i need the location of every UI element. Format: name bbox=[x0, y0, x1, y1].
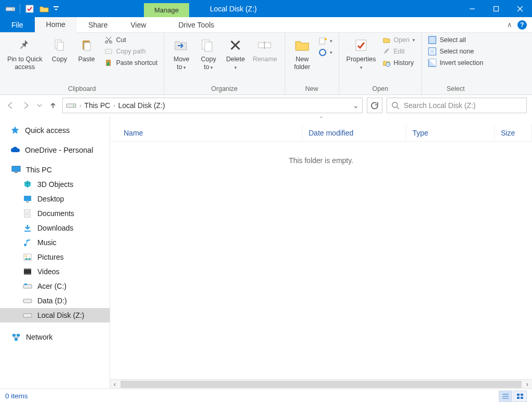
column-header-type[interactable]: Type bbox=[406, 124, 495, 141]
breadcrumb-dropdown-icon[interactable]: ⌄ bbox=[353, 101, 359, 110]
paste-button[interactable]: Paste bbox=[73, 35, 99, 65]
copy-button[interactable]: Copy bbox=[46, 35, 72, 65]
edit-button[interactable]: Edit bbox=[380, 46, 418, 57]
nav-up-button[interactable] bbox=[48, 100, 58, 111]
properties-button[interactable]: Properties▾ bbox=[343, 35, 379, 73]
tab-home[interactable]: Home bbox=[35, 17, 77, 33]
contextual-tab-group: Manage bbox=[144, 0, 189, 17]
cut-button[interactable]: Cut bbox=[102, 35, 159, 45]
copy-to-icon bbox=[200, 37, 217, 53]
qat-folder-icon[interactable] bbox=[37, 0, 51, 17]
horizontal-scrollbar[interactable]: ‹ › bbox=[110, 379, 532, 388]
nav-forward-button[interactable] bbox=[21, 100, 31, 111]
refresh-button[interactable] bbox=[367, 98, 382, 113]
sidebar-item-videos[interactable]: Videos bbox=[0, 264, 110, 279]
breadcrumb[interactable]: › This PC › Local Disk (Z:) ⌄ bbox=[62, 98, 363, 113]
tab-file[interactable]: File bbox=[0, 17, 35, 32]
qat-drive-icon[interactable] bbox=[3, 0, 18, 17]
crumb-this-pc[interactable]: This PC bbox=[84, 101, 110, 110]
svg-rect-51 bbox=[24, 274, 31, 275]
open-button[interactable]: Open ▾ bbox=[380, 35, 418, 45]
delete-button[interactable]: Delete▾ bbox=[222, 35, 248, 73]
rename-icon bbox=[257, 37, 273, 53]
minimize-button[interactable] bbox=[460, 0, 484, 17]
copy-path-button[interactable]: Copy path bbox=[102, 46, 159, 57]
move-to-icon bbox=[173, 37, 190, 53]
sort-indicator-icon: ⌃ bbox=[110, 116, 532, 124]
svg-point-48 bbox=[25, 256, 27, 257]
cube-icon bbox=[23, 180, 32, 189]
tab-share[interactable]: Share bbox=[77, 17, 119, 32]
monitor-icon bbox=[11, 165, 21, 174]
sidebar-item-data-d[interactable]: Data (D:) bbox=[0, 293, 110, 308]
videos-icon bbox=[23, 267, 32, 276]
search-box[interactable] bbox=[387, 98, 527, 113]
crumb-location[interactable]: Local Disk (Z:) bbox=[118, 101, 165, 110]
paste-shortcut-button[interactable]: Paste shortcut bbox=[102, 58, 159, 68]
sidebar-item-desktop[interactable]: Desktop bbox=[0, 192, 110, 206]
sidebar-item-music[interactable]: Music bbox=[0, 235, 110, 250]
svg-rect-0 bbox=[6, 7, 15, 11]
scroll-right-icon[interactable]: › bbox=[523, 380, 532, 388]
rename-button[interactable]: Rename bbox=[249, 35, 280, 65]
svg-rect-30 bbox=[429, 36, 436, 44]
svg-rect-38 bbox=[12, 166, 20, 171]
sidebar-item-quick-access[interactable]: Quick access bbox=[0, 123, 110, 138]
svg-text:✦: ✦ bbox=[324, 37, 327, 42]
search-input[interactable] bbox=[404, 101, 522, 110]
new-folder-icon bbox=[294, 37, 311, 53]
easy-access-button[interactable]: ▾ bbox=[316, 47, 335, 58]
column-header-size[interactable]: Size bbox=[495, 124, 532, 141]
nav-recent-dropdown[interactable] bbox=[36, 100, 43, 111]
maximize-button[interactable] bbox=[484, 0, 508, 17]
sidebar-item-local-disk-z[interactable]: Local Disk (Z:) bbox=[0, 308, 110, 323]
svg-rect-52 bbox=[23, 285, 32, 288]
new-folder-button[interactable]: New folder bbox=[289, 35, 315, 73]
chevron-right-icon[interactable]: › bbox=[79, 103, 81, 109]
column-header-name[interactable]: Name bbox=[110, 124, 302, 141]
qat-properties-icon[interactable] bbox=[22, 0, 37, 17]
music-icon bbox=[23, 238, 32, 247]
copy-to-button[interactable]: Copy to ▾ bbox=[195, 35, 221, 73]
sidebar-item-acer-c[interactable]: Acer (C:) bbox=[0, 279, 110, 293]
sidebar-item-onedrive[interactable]: OneDrive - Personal bbox=[0, 143, 110, 157]
scrollbar-thumb[interactable] bbox=[121, 381, 522, 388]
sidebar-item-this-pc[interactable]: This PC bbox=[0, 163, 110, 177]
svg-rect-55 bbox=[23, 314, 32, 317]
qat-dropdown-icon[interactable] bbox=[51, 0, 61, 17]
column-header-date[interactable]: Date modified bbox=[302, 124, 406, 141]
delete-icon bbox=[227, 37, 244, 53]
minimize-ribbon-icon[interactable]: ∧ bbox=[507, 21, 512, 29]
sidebar-item-network[interactable]: Network bbox=[0, 330, 110, 344]
history-button[interactable]: History bbox=[380, 58, 418, 68]
svg-rect-40 bbox=[24, 196, 31, 201]
sidebar-item-3d-objects[interactable]: 3D Objects bbox=[0, 177, 110, 192]
quick-access-toolbar bbox=[0, 0, 61, 17]
copy-icon bbox=[51, 37, 68, 53]
pin-to-quick-access-button[interactable]: Pin to Quick access bbox=[4, 35, 45, 73]
tab-drive-tools[interactable]: Drive Tools bbox=[167, 17, 225, 32]
view-details-button[interactable] bbox=[499, 391, 512, 402]
sidebar-item-pictures[interactable]: Pictures bbox=[0, 250, 110, 264]
sidebar-item-downloads[interactable]: Downloads bbox=[0, 221, 110, 235]
content-pane: ⌃ Name Date modified Type Size This fold… bbox=[110, 116, 532, 388]
star-icon bbox=[10, 126, 20, 135]
sidebar-item-documents[interactable]: Documents bbox=[0, 206, 110, 221]
invert-selection-button[interactable]: Invert selection bbox=[426, 58, 485, 68]
scroll-left-icon[interactable]: ‹ bbox=[110, 380, 119, 388]
select-none-button[interactable]: Select none bbox=[426, 46, 485, 57]
new-item-button[interactable]: ✦ ▾ bbox=[316, 36, 335, 46]
svg-rect-3 bbox=[54, 6, 59, 7]
help-icon[interactable]: ? bbox=[517, 20, 527, 30]
svg-line-15 bbox=[106, 37, 111, 42]
title-bar: Manage Local Disk (Z:) bbox=[0, 0, 532, 17]
select-all-button[interactable]: Select all bbox=[426, 35, 485, 45]
nav-back-button[interactable] bbox=[5, 100, 16, 111]
search-icon bbox=[391, 101, 400, 110]
move-to-button[interactable]: Move to ▾ bbox=[168, 35, 194, 73]
svg-point-35 bbox=[73, 105, 74, 106]
close-button[interactable] bbox=[508, 0, 532, 17]
chevron-right-icon[interactable]: › bbox=[113, 103, 115, 109]
tab-view[interactable]: View bbox=[119, 17, 157, 32]
view-large-icons-button[interactable] bbox=[513, 391, 527, 402]
